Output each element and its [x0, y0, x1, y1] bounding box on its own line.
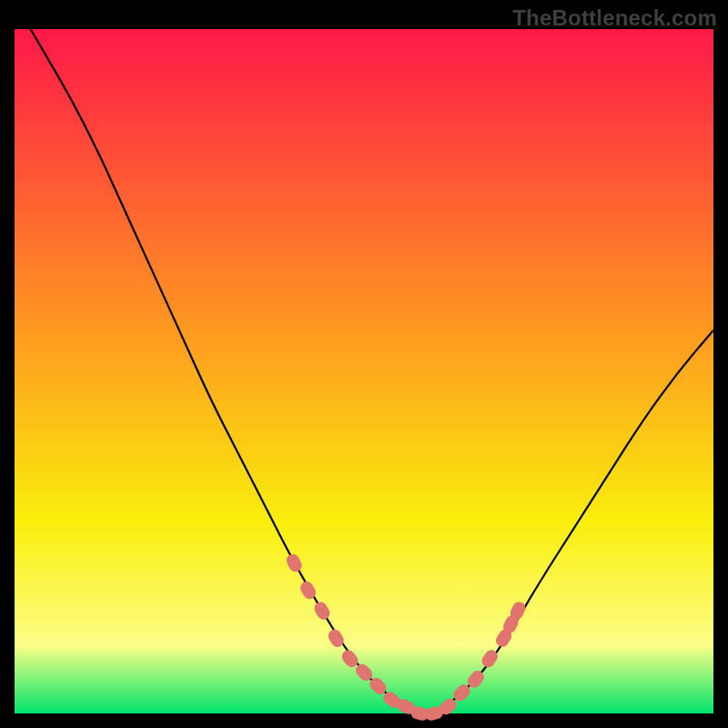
- chart-container: TheBottleneck.com: [0, 0, 728, 728]
- gradient-background: [15, 29, 713, 713]
- chart-svg: [0, 0, 728, 728]
